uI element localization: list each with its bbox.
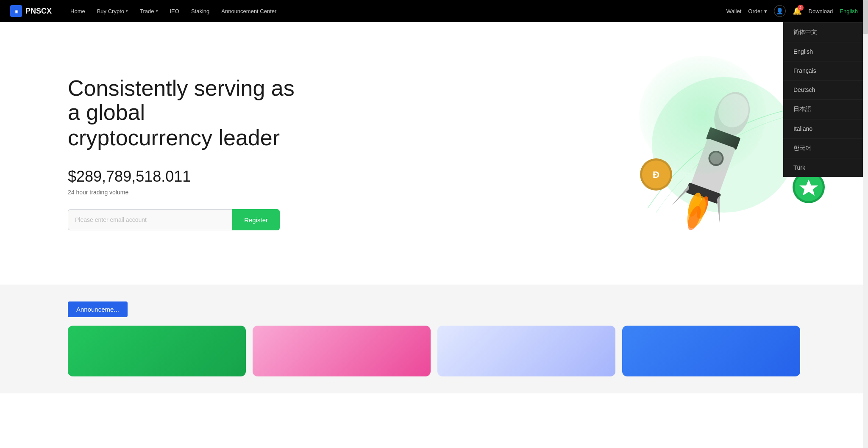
lang-item-de[interactable]: Deutsch bbox=[783, 80, 868, 100]
svg-point-11 bbox=[695, 195, 711, 220]
svg-point-10 bbox=[685, 191, 704, 218]
lang-item-fr[interactable]: Français bbox=[783, 61, 868, 80]
lower-section: Announceme... bbox=[0, 285, 868, 393]
language-selector[interactable]: English bbox=[840, 8, 858, 14]
svg-marker-7 bbox=[709, 195, 728, 223]
nav-right: Wallet Order ▾ 👤 🔔 2 Download English bbox=[726, 5, 858, 17]
register-button[interactable]: Register bbox=[232, 209, 280, 230]
card-pink bbox=[253, 326, 431, 376]
svg-marker-6 bbox=[672, 182, 690, 209]
logo-icon: ▣ bbox=[10, 5, 22, 17]
user-icon[interactable]: 👤 bbox=[774, 5, 786, 17]
svg-point-8 bbox=[706, 149, 726, 168]
card-green bbox=[68, 326, 246, 376]
svg-point-0 bbox=[652, 77, 796, 213]
nav-buy-crypto[interactable]: Buy Crypto ▾ bbox=[92, 6, 133, 17]
lang-item-it[interactable]: Italiano bbox=[783, 119, 868, 138]
card-blue bbox=[622, 326, 800, 376]
logo[interactable]: ▣ PNSCX bbox=[10, 5, 52, 17]
svg-point-14 bbox=[640, 158, 672, 191]
svg-rect-5 bbox=[686, 183, 721, 204]
wallet-link[interactable]: Wallet bbox=[726, 8, 742, 14]
language-dropdown: 简体中文 English Français Deutsch 日本語 Italia… bbox=[783, 22, 868, 177]
notification-badge: 2 bbox=[798, 5, 804, 11]
order-chevron: ▾ bbox=[764, 8, 767, 14]
buy-crypto-chevron: ▾ bbox=[126, 9, 128, 13]
lang-item-ko[interactable]: 한국어 bbox=[783, 138, 868, 158]
lang-item-ja[interactable]: 日本語 bbox=[783, 100, 868, 119]
scrollbar-thumb[interactable] bbox=[863, 0, 868, 34]
notification-button[interactable]: 🔔 2 bbox=[793, 6, 802, 16]
hero-stat-value: $289,789,518.011 bbox=[68, 168, 297, 185]
svg-rect-3 bbox=[706, 127, 741, 150]
hero-section: Consistently serving as a global cryptoc… bbox=[0, 22, 868, 285]
announcements-tab[interactable]: Announceme... bbox=[68, 301, 128, 317]
nav-links: Home Buy Crypto ▾ Trade ▾ IEO Staking An… bbox=[65, 6, 726, 17]
hero-form: Register bbox=[68, 209, 280, 230]
hero-stat-label: 24 hour trading volume bbox=[68, 189, 297, 196]
nav-ieo[interactable]: IEO bbox=[165, 6, 184, 17]
svg-rect-4 bbox=[690, 138, 736, 196]
hero-title-line2: cryptocurrency leader bbox=[68, 124, 297, 151]
svg-point-9 bbox=[709, 151, 724, 166]
cards-row bbox=[68, 326, 800, 376]
nav-staking[interactable]: Staking bbox=[186, 6, 214, 17]
svg-point-2 bbox=[714, 90, 753, 132]
trade-chevron: ▾ bbox=[156, 9, 158, 13]
nav-home[interactable]: Home bbox=[65, 6, 90, 17]
lang-item-tr[interactable]: Türk bbox=[783, 158, 868, 177]
svg-point-15 bbox=[642, 160, 670, 188]
glow-blob bbox=[639, 56, 766, 174]
navbar: ▣ PNSCX Home Buy Crypto ▾ Trade ▾ IEO St… bbox=[0, 0, 868, 22]
svg-point-12 bbox=[684, 194, 709, 230]
svg-point-18 bbox=[795, 173, 823, 201]
download-link[interactable]: Download bbox=[809, 8, 833, 14]
nav-trade[interactable]: Trade ▾ bbox=[135, 6, 163, 17]
hero-title-line1: Consistently serving as a global bbox=[68, 76, 297, 124]
card-light bbox=[437, 326, 615, 376]
nav-announcement[interactable]: Announcement Center bbox=[216, 6, 281, 17]
email-input[interactable] bbox=[68, 209, 232, 230]
svg-point-1 bbox=[708, 87, 756, 142]
scrollbar[interactable] bbox=[863, 0, 868, 393]
lang-item-en[interactable]: English bbox=[783, 42, 868, 61]
svg-text:Ð: Ð bbox=[653, 169, 659, 180]
lang-item-zh[interactable]: 简体中文 bbox=[783, 22, 868, 42]
order-link[interactable]: Order ▾ bbox=[748, 8, 767, 14]
logo-text: PNSCX bbox=[25, 7, 52, 16]
svg-point-13 bbox=[685, 205, 704, 232]
svg-marker-19 bbox=[799, 180, 818, 196]
hero-content: Consistently serving as a global cryptoc… bbox=[0, 51, 297, 256]
